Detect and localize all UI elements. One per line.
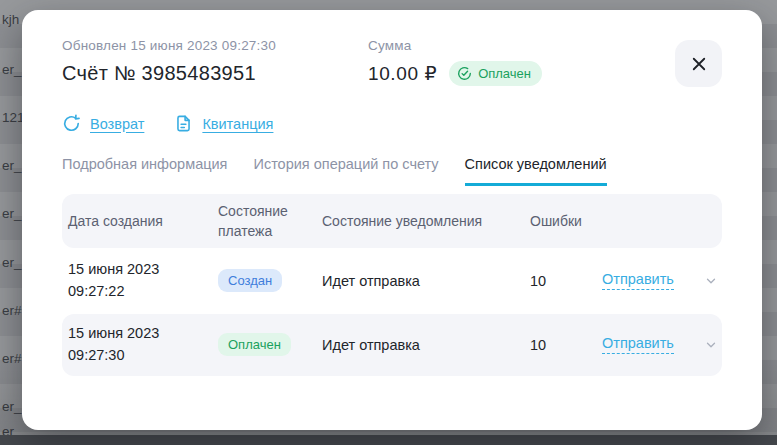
header-creation-date: Дата создания bbox=[68, 211, 218, 231]
chevron-down-icon[interactable] bbox=[692, 338, 718, 352]
amount-label: Сумма bbox=[368, 38, 542, 53]
invoice-info: Обновлен 15 июня 2023 09:27:30 Счёт № 39… bbox=[62, 38, 368, 85]
table-row: 15 июня 2023 09:27:22 Создан Идет отправ… bbox=[62, 250, 722, 312]
tab-operations-history[interactable]: История операций по счету bbox=[253, 156, 438, 186]
action-links: Возврат Квитанция bbox=[62, 114, 722, 133]
updated-timestamp: Обновлен 15 июня 2023 09:27:30 bbox=[62, 38, 368, 53]
page-title: Счёт № 3985483951 bbox=[62, 62, 368, 85]
send-button[interactable]: Отправить bbox=[602, 335, 674, 354]
tab-notifications-list[interactable]: Список уведомлений bbox=[465, 156, 607, 186]
receipt-link-label: Квитанция bbox=[202, 116, 273, 132]
refund-icon bbox=[62, 114, 81, 133]
close-button[interactable] bbox=[675, 40, 722, 87]
creation-date-cell: 15 июня 2023 09:27:22 bbox=[68, 259, 218, 303]
errors-cell: 10 bbox=[530, 337, 602, 353]
header-payment-status: Состояние платежа bbox=[218, 201, 322, 242]
tab-detailed-info[interactable]: Подробная информация bbox=[62, 156, 227, 186]
close-icon bbox=[690, 55, 708, 73]
tab-bar: Подробная информация История операций по… bbox=[62, 156, 722, 186]
send-button[interactable]: Отправить bbox=[602, 271, 674, 290]
header-errors: Ошибки bbox=[530, 211, 602, 231]
amount-value: 10.00 ₽ bbox=[368, 62, 437, 85]
table-header-row: Дата создания Состояние платежа Состояни… bbox=[62, 194, 722, 248]
refund-link-label: Возврат bbox=[90, 116, 144, 132]
check-circle-icon bbox=[457, 66, 472, 81]
receipt-icon bbox=[174, 114, 193, 133]
bottom-edge-bar bbox=[0, 435, 777, 445]
status-badge: Оплачен bbox=[449, 61, 542, 86]
notifications-table: Дата создания Состояние платежа Состояни… bbox=[62, 194, 722, 376]
invoice-modal: Обновлен 15 июня 2023 09:27:30 Счёт № 39… bbox=[22, 10, 762, 430]
payment-status-badge: Создан bbox=[218, 269, 282, 292]
notification-status-cell: Идет отправка bbox=[322, 337, 530, 353]
amount-block: Сумма 10.00 ₽ Оплачен bbox=[368, 38, 542, 86]
status-badge-label: Оплачен bbox=[478, 66, 531, 81]
table-row: 15 июня 2023 09:27:30 Оплачен Идет отпра… bbox=[62, 314, 722, 376]
modal-header: Обновлен 15 июня 2023 09:27:30 Счёт № 39… bbox=[62, 38, 722, 87]
creation-date-cell: 15 июня 2023 09:27:30 bbox=[68, 323, 218, 367]
errors-cell: 10 bbox=[530, 273, 602, 289]
payment-status-badge: Оплачен bbox=[218, 333, 291, 356]
notification-status-cell: Идет отправка bbox=[322, 273, 530, 289]
header-notification-status: Состояние уведомления bbox=[322, 211, 530, 231]
receipt-link[interactable]: Квитанция bbox=[174, 114, 273, 133]
refund-link[interactable]: Возврат bbox=[62, 114, 144, 133]
chevron-down-icon[interactable] bbox=[692, 274, 718, 288]
